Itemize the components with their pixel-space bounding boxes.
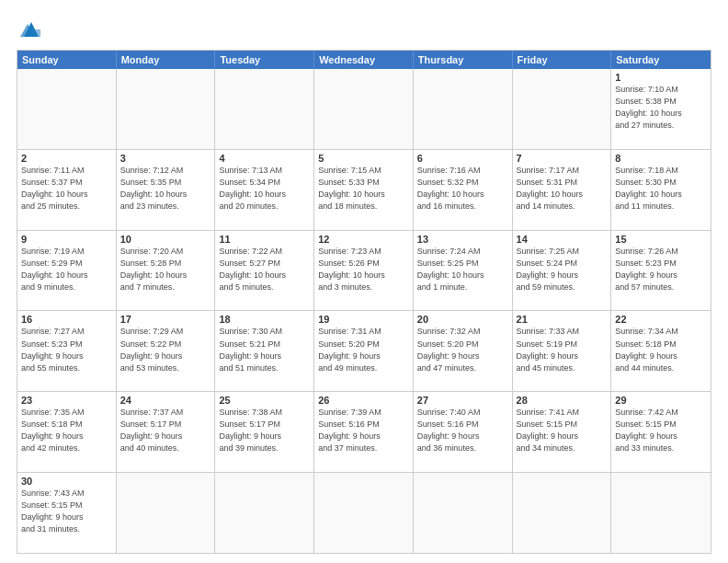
day-number: 24 xyxy=(120,395,211,406)
day-number: 7 xyxy=(517,153,608,164)
day-info: Sunrise: 7:37 AM Sunset: 5:17 PM Dayligh… xyxy=(120,407,211,454)
day-cell-9: 9Sunrise: 7:19 AM Sunset: 5:29 PM Daylig… xyxy=(17,231,117,312)
day-cell-27: 27Sunrise: 7:40 AM Sunset: 5:16 PM Dayli… xyxy=(414,392,513,473)
day-cell-4: 4Sunrise: 7:13 AM Sunset: 5:34 PM Daylig… xyxy=(215,150,314,231)
calendar-header: SundayMondayTuesdayWednesdayThursdayFrid… xyxy=(17,51,711,69)
day-info: Sunrise: 7:23 AM Sunset: 5:26 PM Dayligh… xyxy=(318,246,409,293)
day-cell-3: 3Sunrise: 7:12 AM Sunset: 5:35 PM Daylig… xyxy=(117,150,216,231)
day-cell-17: 17Sunrise: 7:29 AM Sunset: 5:22 PM Dayli… xyxy=(117,311,216,392)
day-cell-6: 6Sunrise: 7:16 AM Sunset: 5:32 PM Daylig… xyxy=(414,150,513,231)
day-number: 2 xyxy=(21,153,112,164)
day-info: Sunrise: 7:19 AM Sunset: 5:29 PM Dayligh… xyxy=(21,246,112,293)
empty-cell xyxy=(513,473,612,553)
day-number: 18 xyxy=(219,314,310,325)
day-info: Sunrise: 7:39 AM Sunset: 5:16 PM Dayligh… xyxy=(318,407,409,454)
day-info: Sunrise: 7:43 AM Sunset: 5:15 PM Dayligh… xyxy=(21,488,112,535)
day-info: Sunrise: 7:25 AM Sunset: 5:24 PM Dayligh… xyxy=(517,246,608,293)
day-number: 8 xyxy=(615,153,707,164)
day-number: 30 xyxy=(21,476,112,487)
weekday-header-tuesday: Tuesday xyxy=(215,51,314,69)
empty-cell xyxy=(117,473,216,553)
day-number: 17 xyxy=(120,314,211,325)
day-cell-22: 22Sunrise: 7:34 AM Sunset: 5:18 PM Dayli… xyxy=(611,311,711,392)
day-number: 23 xyxy=(21,395,112,406)
day-cell-1: 1Sunrise: 7:10 AM Sunset: 5:38 PM Daylig… xyxy=(611,69,711,150)
day-info: Sunrise: 7:40 AM Sunset: 5:16 PM Dayligh… xyxy=(417,407,508,454)
day-info: Sunrise: 7:32 AM Sunset: 5:20 PM Dayligh… xyxy=(417,326,508,373)
day-number: 19 xyxy=(318,314,409,325)
day-info: Sunrise: 7:29 AM Sunset: 5:22 PM Dayligh… xyxy=(120,326,211,373)
day-number: 14 xyxy=(517,234,608,245)
day-info: Sunrise: 7:24 AM Sunset: 5:25 PM Dayligh… xyxy=(417,246,508,293)
weekday-header-saturday: Saturday xyxy=(611,51,711,69)
day-number: 12 xyxy=(318,234,409,245)
empty-cell xyxy=(117,69,216,150)
day-info: Sunrise: 7:22 AM Sunset: 5:27 PM Dayligh… xyxy=(219,246,310,293)
day-info: Sunrise: 7:38 AM Sunset: 5:17 PM Dayligh… xyxy=(219,407,310,454)
empty-cell xyxy=(215,69,314,150)
empty-cell xyxy=(314,473,414,553)
empty-cell xyxy=(215,473,314,553)
day-cell-2: 2Sunrise: 7:11 AM Sunset: 5:37 PM Daylig… xyxy=(17,150,117,231)
day-info: Sunrise: 7:27 AM Sunset: 5:23 PM Dayligh… xyxy=(21,326,112,373)
day-number: 3 xyxy=(120,153,211,164)
empty-cell xyxy=(611,473,711,553)
day-cell-23: 23Sunrise: 7:35 AM Sunset: 5:18 PM Dayli… xyxy=(17,392,117,473)
day-cell-26: 26Sunrise: 7:39 AM Sunset: 5:16 PM Dayli… xyxy=(314,392,414,473)
day-number: 13 xyxy=(417,234,508,245)
day-number: 9 xyxy=(21,234,112,245)
weekday-header-friday: Friday xyxy=(513,51,612,69)
day-info: Sunrise: 7:16 AM Sunset: 5:32 PM Dayligh… xyxy=(417,165,508,213)
day-info: Sunrise: 7:12 AM Sunset: 5:35 PM Dayligh… xyxy=(120,165,211,213)
day-info: Sunrise: 7:11 AM Sunset: 5:37 PM Dayligh… xyxy=(21,165,112,213)
weekday-header-sunday: Sunday xyxy=(17,51,117,69)
day-info: Sunrise: 7:26 AM Sunset: 5:23 PM Dayligh… xyxy=(615,246,707,293)
day-number: 1 xyxy=(615,72,707,83)
day-number: 21 xyxy=(517,314,608,325)
day-number: 11 xyxy=(219,234,310,245)
day-cell-16: 16Sunrise: 7:27 AM Sunset: 5:23 PM Dayli… xyxy=(17,311,117,392)
logo-icon xyxy=(17,17,46,42)
empty-cell xyxy=(513,69,612,150)
empty-cell xyxy=(414,69,513,150)
day-cell-20: 20Sunrise: 7:32 AM Sunset: 5:20 PM Dayli… xyxy=(414,311,513,392)
day-number: 6 xyxy=(417,153,508,164)
day-number: 28 xyxy=(517,395,608,406)
day-number: 20 xyxy=(417,314,508,325)
day-info: Sunrise: 7:42 AM Sunset: 5:15 PM Dayligh… xyxy=(615,407,707,454)
day-info: Sunrise: 7:31 AM Sunset: 5:20 PM Dayligh… xyxy=(318,326,409,373)
day-cell-15: 15Sunrise: 7:26 AM Sunset: 5:23 PM Dayli… xyxy=(611,231,711,312)
day-info: Sunrise: 7:13 AM Sunset: 5:34 PM Dayligh… xyxy=(219,165,310,213)
empty-cell xyxy=(414,473,513,553)
empty-cell xyxy=(314,69,414,150)
day-cell-11: 11Sunrise: 7:22 AM Sunset: 5:27 PM Dayli… xyxy=(215,231,314,312)
day-info: Sunrise: 7:34 AM Sunset: 5:18 PM Dayligh… xyxy=(615,326,707,373)
day-cell-7: 7Sunrise: 7:17 AM Sunset: 5:31 PM Daylig… xyxy=(513,150,612,231)
day-cell-21: 21Sunrise: 7:33 AM Sunset: 5:19 PM Dayli… xyxy=(513,311,612,392)
day-number: 4 xyxy=(219,153,310,164)
day-info: Sunrise: 7:33 AM Sunset: 5:19 PM Dayligh… xyxy=(517,326,608,373)
weekday-header-thursday: Thursday xyxy=(414,51,513,69)
day-number: 25 xyxy=(219,395,310,406)
day-info: Sunrise: 7:18 AM Sunset: 5:30 PM Dayligh… xyxy=(615,165,707,213)
header xyxy=(17,17,711,42)
day-info: Sunrise: 7:35 AM Sunset: 5:18 PM Dayligh… xyxy=(21,407,112,454)
page: SundayMondayTuesdayWednesdayThursdayFrid… xyxy=(0,0,728,563)
day-cell-14: 14Sunrise: 7:25 AM Sunset: 5:24 PM Dayli… xyxy=(513,231,612,312)
day-cell-5: 5Sunrise: 7:15 AM Sunset: 5:33 PM Daylig… xyxy=(314,150,414,231)
svg-rect-2 xyxy=(31,29,40,37)
day-number: 27 xyxy=(417,395,508,406)
day-info: Sunrise: 7:41 AM Sunset: 5:15 PM Dayligh… xyxy=(517,407,608,454)
day-cell-30: 30Sunrise: 7:43 AM Sunset: 5:15 PM Dayli… xyxy=(17,473,117,553)
day-info: Sunrise: 7:15 AM Sunset: 5:33 PM Dayligh… xyxy=(318,165,409,213)
day-cell-12: 12Sunrise: 7:23 AM Sunset: 5:26 PM Dayli… xyxy=(314,231,414,312)
weekday-header-wednesday: Wednesday xyxy=(314,51,414,69)
day-info: Sunrise: 7:20 AM Sunset: 5:28 PM Dayligh… xyxy=(120,246,211,293)
day-number: 10 xyxy=(120,234,211,245)
day-cell-25: 25Sunrise: 7:38 AM Sunset: 5:17 PM Dayli… xyxy=(215,392,314,473)
day-cell-13: 13Sunrise: 7:24 AM Sunset: 5:25 PM Dayli… xyxy=(414,231,513,312)
day-cell-24: 24Sunrise: 7:37 AM Sunset: 5:17 PM Dayli… xyxy=(117,392,216,473)
day-number: 22 xyxy=(615,314,707,325)
day-cell-18: 18Sunrise: 7:30 AM Sunset: 5:21 PM Dayli… xyxy=(215,311,314,392)
calendar-body: 1Sunrise: 7:10 AM Sunset: 5:38 PM Daylig… xyxy=(17,69,711,553)
